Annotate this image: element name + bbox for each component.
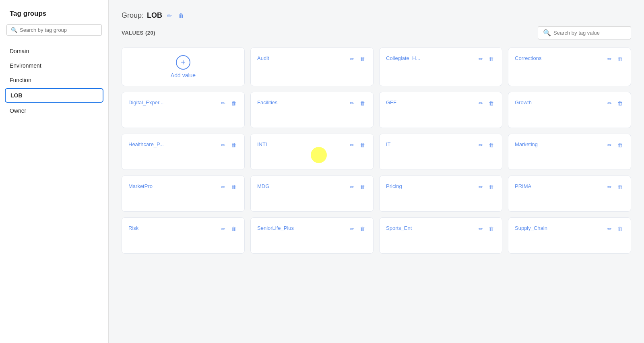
value-actions-collegiate_h: ✏🗑 [477, 55, 495, 63]
value-card-sports_ent: Sports_Ent✏🗑 [379, 217, 502, 254]
edit-value-button-mdg[interactable]: ✏ [348, 183, 356, 191]
value-card-facilities: Facilities✏🗑 [250, 92, 374, 128]
value-card-pricing: Pricing✏🗑 [379, 176, 502, 212]
edit-value-button-prima[interactable]: ✏ [606, 183, 613, 191]
value-name-growth: Growth [515, 99, 606, 105]
delete-value-button-healthcare_p[interactable]: 🗑 [229, 141, 238, 149]
value-card-prima: PRIMA✏🗑 [508, 176, 631, 212]
sidebar-search-container[interactable]: 🔍 [6, 24, 102, 36]
delete-value-button-collegiate_h[interactable]: 🗑 [487, 55, 495, 63]
delete-value-button-marketing[interactable]: 🗑 [616, 141, 624, 149]
value-card-audit: Audit✏🗑 [250, 48, 374, 86]
delete-group-button[interactable]: 🗑 [177, 12, 186, 20]
delete-value-button-growth[interactable]: 🗑 [616, 99, 624, 107]
values-grid: + Add value Audit✏🗑Collegiate_H...✏🗑Corr… [122, 48, 631, 254]
value-card-collegiate_h: Collegiate_H...✏🗑 [379, 48, 502, 86]
edit-value-button-seniorlife_plus[interactable]: ✏ [348, 225, 356, 233]
sidebar-nav: DomainEnvironmentFunctionLOBOwner [0, 44, 108, 118]
value-card-marketpro: MarketPro✏🗑 [122, 176, 245, 212]
value-card-corrections: Corrections✏🗑 [508, 48, 631, 86]
value-name-audit: Audit [257, 55, 348, 61]
edit-value-button-corrections[interactable]: ✏ [606, 55, 613, 63]
value-name-mdg: MDG [257, 183, 348, 189]
value-card-it: IT✏🗑 [379, 134, 502, 170]
value-name-corrections: Corrections [515, 55, 606, 61]
value-name-it: IT [386, 141, 477, 147]
value-name-gff: GFF [386, 99, 477, 105]
edit-value-button-marketing[interactable]: ✏ [606, 141, 613, 149]
delete-value-button-marketpro[interactable]: 🗑 [229, 183, 238, 191]
sidebar-item-owner[interactable]: Owner [0, 103, 108, 118]
edit-group-button[interactable]: ✏ [165, 12, 173, 20]
value-card-intl: INTL✏🗑 [250, 134, 374, 170]
value-name-pricing: Pricing [386, 183, 477, 189]
delete-value-button-pricing[interactable]: 🗑 [487, 183, 495, 191]
value-card-supply_chain: Supply_Chain✏🗑 [508, 217, 631, 254]
search-input[interactable] [20, 27, 97, 33]
sidebar-item-domain[interactable]: Domain [0, 44, 108, 58]
sidebar-item-environment[interactable]: Environment [0, 58, 108, 73]
value-actions-pricing: ✏🗑 [477, 183, 495, 191]
value-card-seniorlife_plus: SeniorLife_Plus✏🗑 [250, 217, 374, 254]
edit-value-button-facilities[interactable]: ✏ [348, 99, 356, 107]
search-tag-value-input[interactable] [553, 30, 626, 36]
group-prefix-label: Group: [122, 11, 144, 20]
edit-value-button-audit[interactable]: ✏ [348, 55, 356, 63]
delete-value-button-seniorlife_plus[interactable]: 🗑 [358, 225, 367, 233]
sidebar-item-lob[interactable]: LOB [5, 88, 103, 103]
value-actions-audit: ✏🗑 [348, 55, 367, 63]
edit-value-button-sports_ent[interactable]: ✏ [477, 225, 485, 233]
delete-value-button-digital_exper[interactable]: 🗑 [229, 99, 238, 107]
delete-value-button-it[interactable]: 🗑 [487, 141, 495, 149]
add-value-card[interactable]: + Add value [122, 48, 245, 86]
add-value-label: Add value [171, 72, 196, 79]
values-count-label: VALUES (20) [122, 30, 155, 36]
value-name-collegiate_h: Collegiate_H... [386, 55, 477, 61]
value-name-sports_ent: Sports_Ent [386, 225, 477, 231]
value-name-marketpro: MarketPro [128, 183, 219, 189]
edit-value-button-growth[interactable]: ✏ [606, 99, 613, 107]
search-tag-value-container[interactable]: 🔍 [538, 26, 631, 39]
sidebar-title: Tag groups [0, 10, 108, 24]
group-name-label: LOB [147, 11, 162, 20]
edit-value-button-risk[interactable]: ✏ [219, 225, 227, 233]
delete-value-button-facilities[interactable]: 🗑 [358, 99, 367, 107]
delete-value-button-supply_chain[interactable]: 🗑 [616, 225, 624, 233]
value-actions-healthcare_p: ✏🗑 [219, 141, 238, 149]
value-name-digital_exper: Digital_Exper... [128, 99, 219, 105]
value-actions-supply_chain: ✏🗑 [606, 225, 624, 233]
group-title: Group: LOB ✏ 🗑 [122, 11, 186, 20]
sidebar-item-function[interactable]: Function [0, 73, 108, 87]
edit-value-button-supply_chain[interactable]: ✏ [606, 225, 613, 233]
delete-value-button-corrections[interactable]: 🗑 [616, 55, 624, 63]
edit-value-button-digital_exper[interactable]: ✏ [219, 99, 227, 107]
edit-value-button-it[interactable]: ✏ [477, 141, 485, 149]
edit-value-button-gff[interactable]: ✏ [477, 99, 485, 107]
value-actions-seniorlife_plus: ✏🗑 [348, 225, 367, 233]
value-actions-sports_ent: ✏🗑 [477, 225, 495, 233]
delete-value-button-intl[interactable]: 🗑 [358, 141, 367, 149]
edit-value-button-intl[interactable]: ✏ [348, 141, 356, 149]
main-content: Group: LOB ✏ 🗑 VALUES (20) 🔍 + Add value… [109, 0, 644, 343]
value-name-intl: INTL [257, 141, 348, 147]
delete-value-button-audit[interactable]: 🗑 [358, 55, 367, 63]
value-card-risk: Risk✏🗑 [122, 217, 245, 254]
value-actions-growth: ✏🗑 [606, 99, 624, 107]
value-actions-intl: ✏🗑 [348, 141, 367, 149]
edit-value-button-marketpro[interactable]: ✏ [219, 183, 227, 191]
delete-value-button-sports_ent[interactable]: 🗑 [487, 225, 495, 233]
delete-value-button-mdg[interactable]: 🗑 [358, 183, 367, 191]
edit-value-button-collegiate_h[interactable]: ✏ [477, 55, 485, 63]
value-name-risk: Risk [128, 225, 219, 231]
delete-value-button-gff[interactable]: 🗑 [487, 99, 495, 107]
value-actions-risk: ✏🗑 [219, 225, 238, 233]
delete-value-button-risk[interactable]: 🗑 [229, 225, 238, 233]
value-actions-facilities: ✏🗑 [348, 99, 367, 107]
edit-value-button-healthcare_p[interactable]: ✏ [219, 141, 227, 149]
delete-value-button-prima[interactable]: 🗑 [616, 183, 624, 191]
edit-value-button-pricing[interactable]: ✏ [477, 183, 485, 191]
value-actions-it: ✏🗑 [477, 141, 495, 149]
value-card-healthcare_p: Healthcare_P...✏🗑 [122, 134, 245, 170]
value-name-seniorlife_plus: SeniorLife_Plus [257, 225, 348, 231]
search-tag-value-icon: 🔍 [543, 29, 551, 37]
